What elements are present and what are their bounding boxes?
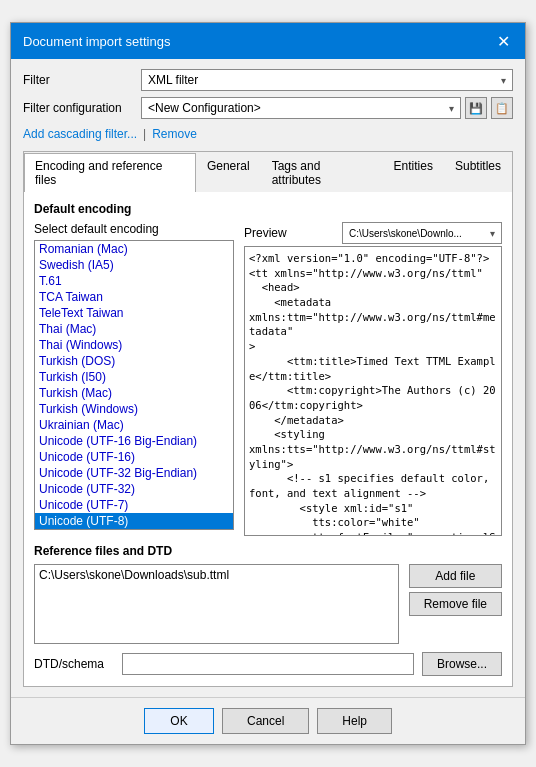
list-item[interactable]: Turkish (Mac) (35, 385, 233, 401)
tab-content-encoding: Default encoding Select default encoding… (24, 192, 512, 686)
filter-label: Filter (23, 73, 133, 87)
list-item[interactable]: Unicode (UTF-16 Big-Endian) (35, 433, 233, 449)
dialog-footer: OK Cancel Help (11, 697, 525, 744)
encoding-list-wrap: Select default encoding Nordic (DOS)Norw… (34, 222, 234, 530)
filter-config-combo[interactable]: <New Configuration> ▾ (141, 97, 461, 119)
ref-row: C:\Users\skone\Downloads\sub.ttml Add fi… (34, 564, 502, 644)
copy-config-button[interactable]: 📋 (491, 97, 513, 119)
preview-path-value: C:\Users\skone\Downlo... (349, 228, 462, 239)
filter-config-control-wrap: <New Configuration> ▾ 💾 📋 (141, 97, 513, 119)
default-encoding-section: Default encoding Select default encoding… (34, 202, 502, 536)
dtd-row: DTD/schema Browse... (34, 652, 502, 676)
add-file-button[interactable]: Add file (409, 564, 502, 588)
ref-files-list[interactable]: C:\Users\skone\Downloads\sub.ttml (34, 564, 399, 644)
save-config-button[interactable]: 💾 (465, 97, 487, 119)
tab-panel: Encoding and reference files General Tag… (23, 151, 513, 687)
tab-encoding[interactable]: Encoding and reference files (24, 153, 196, 192)
preview-header: Preview C:\Users\skone\Downlo... ▾ (244, 222, 502, 244)
list-item[interactable]: TeleText Taiwan (35, 305, 233, 321)
remove-file-button[interactable]: Remove file (409, 592, 502, 616)
reference-files-section: Reference files and DTD C:\Users\skone\D… (34, 544, 502, 644)
list-item[interactable]: Swedish (IA5) (35, 257, 233, 273)
list-item[interactable]: Turkish (I50) (35, 369, 233, 385)
dtd-input[interactable] (122, 653, 414, 675)
links-separator: | (143, 127, 146, 141)
list-item[interactable]: Unicode (UTF-32 Big-Endian) (35, 465, 233, 481)
tab-bar: Encoding and reference files General Tag… (24, 152, 512, 192)
list-item[interactable]: Romanian (Mac) (35, 241, 233, 257)
close-button[interactable]: ✕ (493, 31, 513, 51)
filter-control-wrap: XML filter ▾ (141, 69, 513, 91)
list-item[interactable]: C:\Users\skone\Downloads\sub.ttml (37, 567, 396, 583)
help-button[interactable]: Help (317, 708, 392, 734)
dialog-title: Document import settings (23, 34, 170, 49)
tab-general[interactable]: General (196, 153, 261, 192)
document-import-dialog: Document import settings ✕ Filter XML fi… (10, 22, 526, 745)
links-row: Add cascading filter... | Remove (23, 125, 513, 143)
list-item[interactable]: T.61 (35, 273, 233, 289)
preview-path-combo[interactable]: C:\Users\skone\Downlo... ▾ (342, 222, 502, 244)
tab-tags[interactable]: Tags and attributes (261, 153, 383, 192)
chevron-down-icon-3: ▾ (490, 228, 495, 239)
cancel-button[interactable]: Cancel (222, 708, 309, 734)
encoding-listbox[interactable]: Nordic (DOS)Norwegian (IA5)OEM CyrillicO… (34, 240, 234, 530)
default-encoding-label: Default encoding (34, 202, 502, 216)
list-item[interactable]: Unicode (UTF-8) (35, 513, 233, 529)
list-item[interactable]: Turkish (Windows) (35, 401, 233, 417)
filter-combo[interactable]: XML filter ▾ (141, 69, 513, 91)
list-item[interactable]: TCA Taiwan (35, 289, 233, 305)
filter-config-label: Filter configuration (23, 101, 133, 115)
filter-value: XML filter (148, 73, 198, 87)
filter-config-value: <New Configuration> (148, 101, 261, 115)
list-item[interactable]: Unicode (UTF-32) (35, 481, 233, 497)
ref-files-label: Reference files and DTD (34, 544, 502, 558)
list-item[interactable]: Ukrainian (Mac) (35, 417, 233, 433)
encoding-row: Select default encoding Nordic (DOS)Norw… (34, 222, 502, 536)
browse-button[interactable]: Browse... (422, 652, 502, 676)
ok-button[interactable]: OK (144, 708, 214, 734)
chevron-down-icon: ▾ (501, 75, 506, 86)
filter-row: Filter XML filter ▾ (23, 69, 513, 91)
add-cascading-link[interactable]: Add cascading filter... (23, 127, 137, 141)
preview-label: Preview (244, 226, 287, 240)
copy-icon: 📋 (495, 102, 509, 115)
tab-entities[interactable]: Entities (383, 153, 444, 192)
tab-subtitles[interactable]: Subtitles (444, 153, 512, 192)
ref-buttons: Add file Remove file (409, 564, 502, 644)
filter-config-row: Filter configuration <New Configuration>… (23, 97, 513, 119)
select-encoding-label: Select default encoding (34, 222, 234, 236)
title-bar: Document import settings ✕ (11, 23, 525, 59)
list-item[interactable]: Unicode (UTF-7) (35, 497, 233, 513)
dialog-body: Filter XML filter ▾ Filter configuration… (11, 59, 525, 697)
list-item[interactable]: Thai (Windows) (35, 337, 233, 353)
chevron-down-icon-2: ▾ (449, 103, 454, 114)
list-item[interactable]: Turkish (DOS) (35, 353, 233, 369)
remove-link[interactable]: Remove (152, 127, 197, 141)
preview-text-area: <?xml version="1.0" encoding="UTF-8"?> <… (244, 246, 502, 536)
list-item[interactable]: Unicode (UTF-16) (35, 449, 233, 465)
preview-wrap: Preview C:\Users\skone\Downlo... ▾ <?xml… (244, 222, 502, 536)
dtd-label: DTD/schema (34, 657, 114, 671)
save-icon: 💾 (469, 102, 483, 115)
list-item[interactable]: Thai (Mac) (35, 321, 233, 337)
